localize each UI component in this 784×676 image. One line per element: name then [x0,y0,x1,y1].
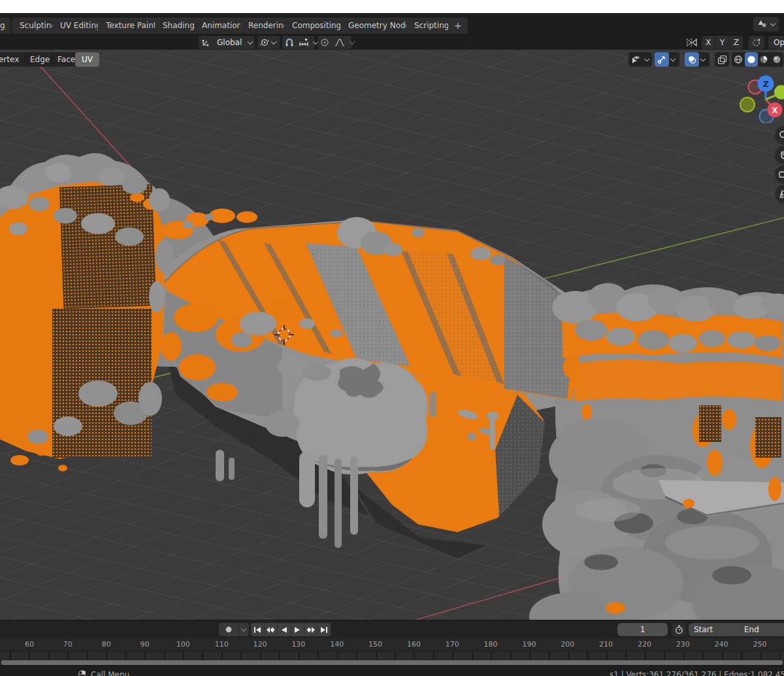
mirror-x-button[interactable]: X [702,36,715,49]
viewport-canvas[interactable] [0,50,784,620]
mouse-icon [78,670,86,676]
snap-individual-button[interactable] [749,36,764,49]
viewport-header-overlay: Vertex Edge Face UV [0,50,784,69]
proportional-edit-group [318,36,351,49]
start-label: Start [694,625,713,634]
ruler-frame-label: 160 [407,640,421,649]
chevron-down-icon [644,56,649,61]
autokey-group [219,623,249,636]
gizmo-x-label: X [772,106,778,115]
add-workspace-button[interactable]: + [448,18,468,34]
shading-solid-button[interactable] [745,52,758,67]
ruler-frame-label: 210 [599,640,613,649]
chevron-down-icon [350,39,355,44]
proportional-edit-icon[interactable] [318,36,332,49]
autokey-options-dropdown[interactable] [239,623,248,636]
play-reverse-button[interactable] [277,623,291,636]
orientation-value: Global [213,36,246,49]
preview-range-button[interactable] [672,623,686,636]
jump-to-start-button[interactable] [251,623,264,636]
record-button[interactable] [219,623,238,636]
ruler-frame-label: 60 [25,640,34,649]
chevron-down-icon [241,626,246,631]
gizmo-neg-y-ball[interactable] [740,97,755,112]
chevron-down-icon [700,56,706,61]
snap-target-icon[interactable] [297,36,311,49]
chevron-down-icon [248,39,253,44]
ruler-frame-label: 90 [140,640,150,649]
snap-toggle-magnet-icon[interactable] [282,36,297,49]
overlays-dropdown[interactable] [685,52,710,67]
prev-keyframe-button[interactable] [264,623,278,636]
xray-icon [717,55,727,65]
shading-material-button[interactable] [758,52,771,67]
ruler-frame-label: 230 [676,640,690,649]
timeline-scroll-area [0,660,784,666]
shading-rendered-button[interactable] [770,52,783,67]
next-keyframe-button[interactable] [304,623,318,636]
navigation-gizmo[interactable]: Z X [733,71,784,123]
workspace-tab-compositing[interactable]: Compositing [284,18,349,34]
ruler-frame-label: 200 [561,640,574,649]
timeline-ruler[interactable]: 6070809010011012013014015016017018019020… [0,638,784,651]
ruler-frame-label: 190 [522,640,536,649]
snap-group [282,36,315,49]
ruler-frame-label: 180 [484,640,498,649]
options-label: Options [774,38,784,47]
scene-icon [757,20,768,29]
viewport-shading-buttons [732,52,783,67]
pivot-icon [257,36,272,49]
ruler-frame-label: 220 [638,640,651,649]
ruler-frame-label: 250 [753,640,766,649]
shading-wireframe-button[interactable] [732,52,745,67]
stats-text: s1 | Verts:361.276/361.276 | Edges:1.082… [610,670,784,676]
stopwatch-icon [675,625,683,634]
xray-toggle-button[interactable] [715,52,729,67]
gizmo-pos-y-ball[interactable] [774,85,784,99]
ruler-frame-label: 80 [102,640,111,649]
play-button[interactable] [291,623,304,636]
gizmo-toggle-icon [655,52,669,67]
show-object-types-dropdown[interactable] [629,52,652,67]
timeline-scrollbar[interactable] [1,660,783,665]
timeline-header: 1 Start 1 End 250 [0,620,784,639]
chevron-down-icon [271,39,276,44]
os-background-strip [0,0,784,13]
gizmo-z-label: Z [763,80,769,89]
falloff-curve-icon[interactable] [332,36,348,49]
current-frame-field[interactable]: 1 [617,623,668,636]
overlays-toggle-icon [685,52,699,67]
ruler-frame-label: 240 [715,640,728,649]
orientation-icon [199,36,213,49]
chevron-down-icon [670,56,676,61]
gizmos-dropdown[interactable] [655,52,679,67]
select-mode-uv[interactable]: UV [75,52,99,67]
options-dropdown[interactable]: Options [768,36,784,49]
mirror-z-button[interactable]: Z [729,36,743,49]
ortho-grid-icon [779,190,784,199]
ruler-frame-label: 150 [368,640,382,649]
end-label: End [744,625,759,634]
visibility-eye-icon [629,52,643,67]
frame-end-field[interactable]: End 250 [739,623,784,636]
jump-to-end-button[interactable] [318,623,331,636]
ruler-frame-label: 110 [215,640,229,649]
scene-selector[interactable] [753,17,779,31]
workspace-tab-partial[interactable]: g [0,18,10,34]
chevron-down-icon [770,20,776,25]
tool-settings-row: Global X Y Z Options [0,34,784,50]
hand-icon [779,150,784,160]
magnifier-icon [779,130,784,141]
mirror-axis-buttons: X Y Z [702,36,743,49]
ruler-frame-label: 170 [446,640,459,649]
scan-mesh[interactable] [0,153,784,620]
timeline-track[interactable] [0,651,784,660]
transform-orientation-dropdown[interactable]: Global [199,36,255,49]
mirror-y-button[interactable]: Y [715,36,728,49]
pivot-point-dropdown[interactable] [257,36,280,49]
ruler-frame-label: 100 [176,640,190,649]
workspace-tabbar: g Sculpting UV Editing Texture Paint Sha… [0,13,784,34]
mirror-icon[interactable] [686,37,698,48]
status-bar: Call Menu s1 | Verts:361.276/361.276 | E… [0,666,784,676]
camera-icon [779,170,784,179]
